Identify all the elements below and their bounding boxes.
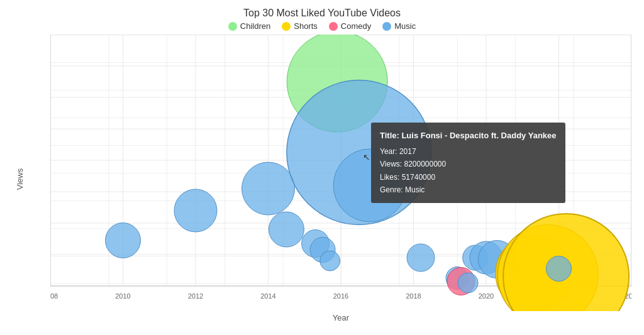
legend: Children Shorts Comedy Music — [0, 21, 644, 31]
legend-label-music: Music — [394, 21, 416, 31]
svg-text:2014: 2014 — [260, 292, 275, 300]
svg-point-44 — [320, 251, 340, 271]
legend-item-shorts[interactable]: Shorts — [282, 21, 318, 31]
x-axis-label: Year — [50, 313, 631, 322]
chart-container: Top 30 Most Liked YouTube Videos Childre… — [0, 0, 644, 335]
svg-point-38 — [106, 223, 141, 258]
svg-point-58 — [547, 256, 572, 282]
svg-text:↖: ↖ — [363, 152, 370, 162]
chart-title: Top 30 Most Liked YouTube Videos — [0, 0, 644, 21]
svg-point-39 — [174, 189, 217, 232]
legend-label-children: Children — [240, 21, 270, 31]
music-dot — [382, 22, 391, 31]
svg-text:2008: 2008 — [50, 292, 58, 300]
legend-item-comedy[interactable]: Comedy — [329, 21, 371, 31]
y-axis-label: Views — [15, 168, 25, 190]
children-dot — [228, 22, 237, 31]
comedy-dot — [329, 22, 338, 31]
legend-item-children[interactable]: Children — [228, 21, 270, 31]
legend-label-comedy: Comedy — [341, 21, 371, 31]
chart-svg: 0 2000000000 4000000000 6000000000 80000… — [50, 35, 631, 311]
svg-point-51 — [458, 273, 478, 293]
svg-text:2016: 2016 — [333, 292, 348, 300]
svg-point-41 — [269, 212, 304, 247]
svg-text:2010: 2010 — [115, 292, 130, 300]
shorts-dot — [282, 22, 291, 31]
legend-label-shorts: Shorts — [294, 21, 318, 31]
svg-text:2018: 2018 — [406, 292, 421, 300]
svg-text:2012: 2012 — [188, 292, 203, 300]
svg-point-48 — [407, 244, 435, 272]
svg-point-40 — [242, 162, 295, 215]
legend-item-music[interactable]: Music — [382, 21, 416, 31]
svg-text:2020: 2020 — [479, 292, 494, 300]
